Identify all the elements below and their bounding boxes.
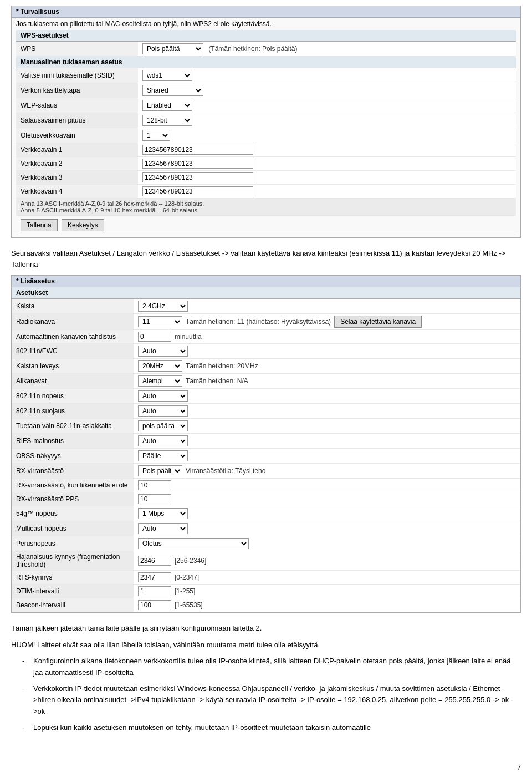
extra-select-9[interactable]: Auto <box>138 435 188 446</box>
extra-row-value-3: Auto <box>134 344 520 359</box>
key-length-cell: 128-bit <box>138 113 516 128</box>
extra-row-value-15: Auto <box>134 521 520 536</box>
wps-table: WPS Pois päältä (Tämän hetkinen: Pois pä… <box>16 42 516 57</box>
cancel-button[interactable]: Keskeytys <box>62 219 104 231</box>
extra-row-label-0: Kaista <box>12 299 134 314</box>
bullet-item-0: Konfiguroinnin aikana tietokoneen verkko… <box>22 656 521 679</box>
extra-row-label-3: 802.11n/EWC <box>12 344 134 359</box>
key3-input[interactable] <box>142 172 253 182</box>
manual-table: Valitse nimi tukiasemalle (SSID) wds1 Ve… <box>16 68 516 235</box>
ssid-select[interactable]: wds1 <box>142 70 192 81</box>
key-length-select[interactable]: 128-bit <box>142 115 192 126</box>
extra-row-label-12: RX-virransäästö, kun liikennettä ei ole <box>12 479 134 492</box>
extra-panel-title: * Lisäasetus <box>12 276 520 287</box>
extra-note-17: [256-2346] <box>175 557 206 565</box>
hint1: Anna 13 ASCII-merkkiä A-Z,0-9 tai 26 hex… <box>21 200 511 207</box>
key2-input[interactable] <box>142 159 253 169</box>
extra-select-4[interactable]: 20MHz <box>138 360 182 372</box>
key1-label: Verkkoavain 1 <box>16 143 138 157</box>
extra-select-15[interactable]: Auto <box>138 523 188 534</box>
network-type-select[interactable]: Shared <box>142 85 203 96</box>
wep-label: WEP-salaus <box>16 98 138 113</box>
extra-input-20[interactable] <box>138 600 171 610</box>
extra-select-16[interactable]: Oletus <box>138 538 249 549</box>
extra-input-12[interactable] <box>138 480 171 490</box>
extra-btn-1[interactable]: Selaa käytettäviä kanavia <box>334 316 422 328</box>
extra-row-value-13 <box>134 492 520 506</box>
extra-row-label-15: Multicast-nopeus <box>12 521 134 536</box>
key4-input[interactable] <box>142 186 253 196</box>
extra-row-value-18: [0-2347] <box>134 571 520 585</box>
extra-select-3[interactable]: Auto <box>138 346 188 357</box>
extra-note-19: [1-255] <box>175 587 195 595</box>
extra-row-value-8: pois päältä <box>134 419 520 434</box>
default-key-select[interactable]: 1 <box>142 130 170 141</box>
extra-note-2: minuuttia <box>175 333 202 341</box>
extra-input-18[interactable] <box>138 572 171 582</box>
wps-section-header: WPS-asetukset <box>16 30 516 42</box>
wps-label: WPS <box>16 42 138 57</box>
wps-note: (Tämän hetkinen: Pois päältä) <box>208 45 297 53</box>
key4-label: Verkkoavain 4 <box>16 185 138 199</box>
extra-note-5: Tämän hetkinen: N/A <box>186 377 248 385</box>
wep-select[interactable]: Enabled <box>142 100 192 111</box>
extra-select-0[interactable]: 2.4GHz <box>138 301 188 312</box>
extra-input-17[interactable] <box>138 556 171 566</box>
extra-panel: * Lisäasetus Asetukset Kaista2.4GHzRadio… <box>11 275 521 613</box>
extra-select-1[interactable]: 11 <box>138 316 182 327</box>
extra-row-label-20: Beacon-intervalli <box>12 598 134 612</box>
bullet-item-2: Lopuksi kun kaikki asetuksen muutoksen o… <box>22 722 521 734</box>
extra-row-label-5: Alikanavat <box>12 374 134 389</box>
extra-row-label-13: RX-virransäästö PPS <box>12 492 134 506</box>
key1-cell <box>138 143 516 157</box>
extra-row-label-14: 54g™ nopeus <box>12 506 134 521</box>
extra-note-20: [1-65535] <box>175 601 203 609</box>
extra-note-4: Tämän hetkinen: 20MHz <box>186 362 258 370</box>
extra-row-value-19: [1-255] <box>134 585 520 598</box>
key1-input[interactable] <box>142 145 253 155</box>
extra-select-8[interactable]: pois päältä <box>138 420 188 431</box>
extra-row-value-7: Auto <box>134 404 520 419</box>
extra-row-value-9: Auto <box>134 434 520 449</box>
extra-row-label-9: RIFS-mainostus <box>12 434 134 449</box>
extra-row-label-1: Radiokanava <box>12 314 134 330</box>
extra-settings-header: Asetukset <box>12 287 520 299</box>
extra-row-label-16: Perusnopeus <box>12 536 134 551</box>
buttons-cell: Tallenna Keskeytys <box>16 216 516 235</box>
extra-input-2[interactable] <box>138 332 171 342</box>
ssid-label: Valitse nimi tukiasemalle (SSID) <box>16 68 138 83</box>
extra-input-13[interactable] <box>138 494 171 504</box>
bullet-item-1: Verkkokortin IP-tiedot muutetaan esimerk… <box>22 683 521 718</box>
wep-cell: Enabled <box>138 98 516 113</box>
manual-section-header: Manuaalinen tukiaseman asetus <box>16 57 516 68</box>
huom-notice: HUOM! Laitteet eivät saa olla liian lähe… <box>11 639 521 651</box>
extra-row-label-6: 802.11n nopeus <box>12 389 134 404</box>
extra-select-7[interactable]: Auto <box>138 405 188 417</box>
default-key-label: Oletusverkkoavain <box>16 128 138 143</box>
extra-select-10[interactable]: Päälle <box>138 450 188 461</box>
extra-row-label-8: Tuetaan vain 802.11n-asiakkaita <box>12 419 134 434</box>
bullet-list: Konfiguroinnin aikana tietokoneen verkko… <box>17 656 521 734</box>
network-type-cell: Shared <box>138 83 516 98</box>
description-2: Tämän jälkeen jätetään tämä laite päälle… <box>11 623 521 634</box>
extra-input-19[interactable] <box>138 586 171 596</box>
extra-note-1: Tämän hetkinen: 11 (häiriötaso: Hyväksyt… <box>186 318 331 326</box>
extra-select-6[interactable]: Auto <box>138 390 188 402</box>
extra-select-11[interactable]: Pois päältä <box>138 465 182 476</box>
save-button[interactable]: Tallenna <box>21 219 58 231</box>
security-warning: Jos tukiasema on pillotettu tai MAC-osoi… <box>16 20 516 28</box>
extra-row-value-20: [1-65535] <box>134 598 520 612</box>
wps-value-cell: Pois päältä (Tämän hetkinen: Pois päältä… <box>138 42 516 57</box>
wps-select[interactable]: Pois päältä <box>142 43 203 54</box>
extra-select-5[interactable]: Alempi <box>138 375 182 387</box>
extra-row-value-10: Päälle <box>134 449 520 464</box>
extra-row-label-2: Automaattinen kanavien tahdistus <box>12 330 134 344</box>
extra-row-label-10: OBSS-näkyvys <box>12 449 134 464</box>
extra-row-label-17: Hajanaisuus kynnys (fragmentation thresh… <box>12 551 134 571</box>
extra-row-value-12 <box>134 479 520 492</box>
default-key-cell: 1 <box>138 128 516 143</box>
key3-cell <box>138 171 516 185</box>
key3-label: Verkkoavain 3 <box>16 171 138 185</box>
extra-row-value-4: 20MHzTämän hetkinen: 20MHz <box>134 359 520 374</box>
extra-select-14[interactable]: 1 Mbps <box>138 508 188 519</box>
